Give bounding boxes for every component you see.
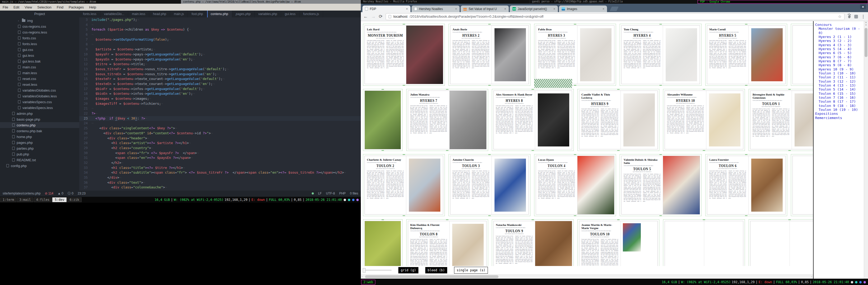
workspace-button-6:zik[interactable]: 6:zik xyxy=(67,198,81,202)
editor-tab-fonts.less[interactable]: fonts.less xyxy=(79,10,100,17)
tray-icon-2[interactable] xyxy=(352,199,354,201)
editor-tab-main.js[interactable]: main.js xyxy=(170,10,188,17)
editor-tab-variables.php[interactable]: variables.php xyxy=(255,10,281,17)
open-files-indicator[interactable]: 0 files xyxy=(350,191,358,195)
blank-spread[interactable] xyxy=(663,219,745,266)
status-file-path[interactable]: site/templates/contenu.php xyxy=(3,191,40,195)
sidebar-section-concours[interactable]: Concours xyxy=(815,23,863,27)
sidebar-link-hyeres-3-2-2-[interactable]: Hyeres 3 (2 - 2) xyxy=(815,39,863,43)
sidebar-link-hyeres-8-7-7-[interactable]: Hyeres 8 (7 - 7) xyxy=(815,59,863,63)
scroll-up-arrow[interactable]: ▲ xyxy=(864,21,868,24)
book-spread[interactable]: Camille Viallet & Théo LeclercqLonam ipa… xyxy=(578,89,659,151)
menu-edit[interactable]: Edit xyxy=(13,5,19,9)
book-spread[interactable]: Jeanne Martin & Marie-Marie VergneLonam … xyxy=(578,219,659,266)
sidebar-link-hyeres-7-6-6-[interactable]: Hyeres 7 (6 - 6) xyxy=(815,55,863,59)
tree-item-img[interactable]: ›img xyxy=(0,18,79,24)
tree-item-reset.less[interactable]: reset.less xyxy=(0,81,79,87)
sidebar-link-toulon-1-10-10-[interactable]: Toulon 1 (10 - 10) xyxy=(815,71,863,75)
book-spread[interactable]: Pablo BrasLonam iparede dalirade gol dom… xyxy=(534,24,616,86)
reload-button[interactable]: ⟳ xyxy=(379,14,382,19)
book-spread[interactable]: Alexandre WillaumeLonam iparede dalirade… xyxy=(663,89,745,151)
page-security-icon[interactable] xyxy=(389,15,391,18)
window-title-atom-contenu[interactable]: contenu.php — /var/www/html/2018/villaNo… xyxy=(181,0,361,4)
tree-item-fonts.less[interactable]: fonts.less xyxy=(0,41,79,47)
sidebar-link-hyeres-9-8-8-[interactable]: Hyeres 9 (8 - 8) xyxy=(815,63,863,67)
book-spread[interactable]: Valentin Dubois & Shizuka SaitoLonam ipa… xyxy=(620,154,702,216)
browser-tab-images[interactable]: Images× xyxy=(559,5,607,12)
tree-item-contenu.php[interactable]: contenu.php xyxy=(0,122,79,128)
sidebar-link-toulon-10-19-19-[interactable]: Toulon 10 (19 - 19) xyxy=(815,108,863,112)
browser-tab-javascript-parseint-[interactable]: w3JavaScript parseInt()× xyxy=(510,5,558,12)
sidebar-link-toulon-4-13-13-[interactable]: Toulon 4 (13 - 13) xyxy=(815,83,863,87)
sidebar-link-hyeres-6-5-5-[interactable]: Hyeres 6 (5 - 5) xyxy=(815,51,863,55)
tree-item-README.txt[interactable]: README.txt xyxy=(0,157,79,163)
language-indicator[interactable]: PHP xyxy=(339,191,346,195)
horizontal-scrollbar-thumb[interactable] xyxy=(365,275,498,278)
error-count-badge[interactable]: ⊘ 114 xyxy=(44,191,53,195)
bleed-toggle-button[interactable]: bleed (b) xyxy=(425,267,447,273)
workspace-button-4:files[interactable]: 4:files xyxy=(34,198,52,202)
book-spread[interactable]: Kim Haddou & Florent DufourcqLonam ipare… xyxy=(406,219,488,266)
chrome-menu-icon[interactable]: ⋮ xyxy=(861,14,865,19)
vertical-scrollbar-thumb[interactable] xyxy=(865,28,867,57)
blank-spread[interactable] xyxy=(749,219,813,266)
url-address-bar[interactable]: localhost/2018/villaNoailles/book.design… xyxy=(386,13,844,20)
browser-tab-fdp[interactable]: FDP× xyxy=(363,5,410,12)
tray-icon-3[interactable] xyxy=(356,199,359,201)
editor-tab-foot.php[interactable]: foot.php xyxy=(188,10,207,17)
editor-tab-main.less[interactable]: main.less xyxy=(128,10,149,17)
tray-icon-1[interactable] xyxy=(855,281,858,283)
menu-help[interactable]: Help xyxy=(89,5,96,9)
extension-icon[interactable] xyxy=(854,15,858,19)
scroll-right-arrow[interactable]: › xyxy=(811,275,812,278)
info-count-badge[interactable]: ⓘ 0 xyxy=(68,191,73,196)
editor-tab-contenu.php[interactable]: contenu.php xyxy=(207,10,232,17)
tray-icon-2[interactable] xyxy=(859,281,862,283)
tree-item-gui.less.bak[interactable]: gui.less.bak xyxy=(0,58,79,64)
gnome-extension-icon[interactable] xyxy=(848,15,851,18)
browser-tab-set-value-of-input-u[interactable]: Set Value of Input U× xyxy=(461,5,509,12)
profile-avatar[interactable]: ☻ xyxy=(860,4,866,9)
book-spread[interactable]: Lucas DjaouLonam iparede dalirade gol do… xyxy=(534,154,616,216)
window-title-filezilla[interactable]: gandi perso - sftp://50190@sftp.sd5.gpaa… xyxy=(530,0,698,4)
image-page[interactable] xyxy=(363,219,403,266)
new-tab-button[interactable] xyxy=(610,7,619,11)
browser-tab-hershey-noailles[interactable]: Hershey Noailles× xyxy=(411,5,460,12)
editor-tab-head.php[interactable]: head.php xyxy=(149,10,170,17)
tree-item-pub.php[interactable]: pub.php xyxy=(0,151,79,157)
workspace-button-3:mail[interactable]: 3:mail xyxy=(17,198,33,202)
tree-item-home.php[interactable]: home.php xyxy=(0,134,79,140)
tab-close-icon[interactable]: × xyxy=(602,7,604,11)
book-spread[interactable]: Laura FournierLonam iparede dalirade gol… xyxy=(705,154,787,216)
menu-find[interactable]: Find xyxy=(57,5,63,9)
book-spread[interactable]: Charlotte & Juliette CastayLonam iparede… xyxy=(363,154,445,216)
sidebar-link-hyeres-2-1-1-[interactable]: Hyeres 2 (1 - 1) xyxy=(815,35,863,39)
sidebar-link-toulon-7-16-16-[interactable]: toulon 7 (16 - 16) xyxy=(815,96,863,100)
book-spread[interactable]: Alex Sizemore & Hank BeyerLonam iparede … xyxy=(492,89,574,151)
menu-file[interactable]: File xyxy=(3,5,8,9)
zoom-slider[interactable] xyxy=(363,270,392,271)
zoom-slider-thumb[interactable] xyxy=(363,268,366,273)
tree-item-variablesSpecs.css[interactable]: variablesSpecs.css xyxy=(0,99,79,105)
tree-item-css-regions.css[interactable]: css-regions.css xyxy=(0,24,79,29)
tree-item-parties.php[interactable]: parties.php xyxy=(0,145,79,151)
tree-item-variablesSpecs.less[interactable]: variablesSpecs.less xyxy=(0,105,79,111)
menu-selection[interactable]: Selection xyxy=(37,5,51,9)
workspace-button-5:dev[interactable]: 5:dev xyxy=(52,198,67,202)
sidebar-link-toulon-6-15-15-[interactable]: Toulon 6 (15 - 15) xyxy=(815,92,863,96)
line-ending-indicator[interactable]: LF xyxy=(318,191,322,195)
code-editor[interactable]: 3include("./pages.php");¬4¬5foreach ($pa… xyxy=(79,17,361,190)
tray-icon-0[interactable] xyxy=(344,199,346,201)
book-spread[interactable]: Bérengère Botti & Sophie GenestouxLonam … xyxy=(749,89,813,151)
tray-icon-3[interactable] xyxy=(864,281,866,283)
tree-item-variablesGlobales.less[interactable]: variablesGlobales.less xyxy=(0,93,79,99)
sidebar-link-toulon-5-14-14-[interactable]: Toulon 5 (14 - 14) xyxy=(815,87,863,91)
window-title-chrome-focused[interactable]: FDP - Google Chrome xyxy=(698,0,868,4)
book-spread[interactable]: Anaïs BorieLonam iparede dalirade gol do… xyxy=(448,24,530,86)
tree-item-admin.php[interactable]: admin.php xyxy=(0,111,79,116)
tree-item-main.less[interactable]: main.less xyxy=(0,70,79,76)
book-spread[interactable]: Tom ChungLonam iparede dalirade gol dome… xyxy=(620,24,702,86)
encoding-indicator[interactable]: UTF-8 xyxy=(326,191,335,195)
editor-tab-variablesGlo...[interactable]: variablesGlo... xyxy=(100,10,128,17)
vertical-scrollbar[interactable]: ▲ ▲ xyxy=(864,21,868,279)
